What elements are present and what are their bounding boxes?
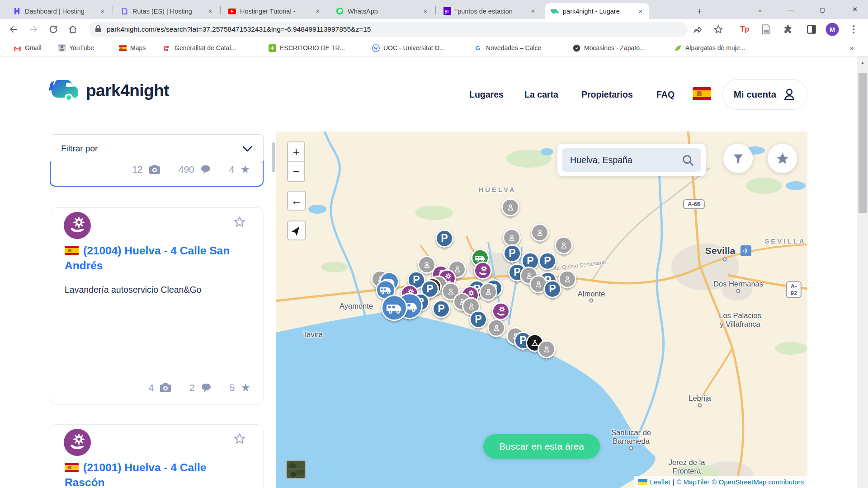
map-pin-person[interactable]	[555, 236, 573, 254]
chevron-down-icon	[242, 146, 252, 152]
back-icon[interactable]	[8, 24, 19, 35]
browser-tab-1[interactable]: Dashboard | Hosting×	[7, 3, 111, 19]
lock-icon[interactable]	[95, 25, 101, 34]
person-icon	[501, 198, 519, 216]
nav-la-carta[interactable]: La carta	[524, 89, 558, 100]
bookmark-wordpress[interactable]: WUOC - Universitat O...	[372, 40, 445, 56]
scrollbar-thumb[interactable]	[859, 73, 867, 213]
place-title[interactable]: (21004) Huelva - 4 Calle San Andrés	[65, 243, 241, 273]
filter-dropdown[interactable]: Filtrar por	[50, 134, 264, 163]
menu-dots-icon[interactable]	[853, 25, 855, 34]
nav-lugares[interactable]: Lugares	[469, 89, 504, 100]
favorite-star-icon[interactable]	[233, 216, 246, 228]
profile-avatar[interactable]: M	[826, 23, 839, 36]
park4night-logo[interactable]	[49, 74, 81, 105]
zoom-in-button[interactable]: +	[288, 142, 304, 162]
tab-close-icon[interactable]: ×	[99, 7, 107, 15]
search-this-area-button[interactable]: Buscar en esta área	[483, 434, 600, 459]
map-pin-parking[interactable]: P	[432, 300, 450, 318]
map-pin-person[interactable]	[487, 319, 505, 337]
tab-search-icon[interactable]: ⌄	[750, 0, 770, 19]
place-card[interactable]: (21001) Huelva - 4 Calle Rascón	[50, 424, 264, 488]
url-bar[interactable]: park4night.com/es/search?lat=37.25758471…	[89, 22, 688, 37]
page-content: park4night Lugares La carta Propietarios…	[0, 56, 857, 488]
place-card[interactable]: (21004) Huelva - 4 Calle San Andrés Lava…	[50, 207, 264, 404]
map-pin-service[interactable]	[492, 302, 510, 320]
map-pin-person[interactable]	[531, 224, 549, 242]
nav-propietarios[interactable]: Propietarios	[581, 89, 633, 100]
bookmark-greenplus[interactable]: ESCRITORIO DE TR...	[269, 40, 345, 56]
bookmark-leaf[interactable]: Alpargatas de muje...	[674, 40, 745, 56]
bookmark-esflag[interactable]: Maps	[119, 40, 146, 56]
language-flag-spain[interactable]	[693, 87, 711, 100]
tab-close-icon[interactable]: ×	[206, 7, 214, 15]
svg-text:y!: y!	[444, 9, 448, 14]
favorite-star-icon[interactable]	[233, 432, 246, 445]
map-canvas[interactable]: HUELVASEVILLASevillaDos HermanasAlmonteA…	[276, 131, 807, 488]
bookmark-star-icon[interactable]	[713, 24, 724, 35]
map-pin-parking[interactable]: P	[435, 230, 453, 248]
bookmarks-overflow-chevron[interactable]: »	[850, 40, 854, 56]
map-pin-service[interactable]	[474, 262, 492, 280]
sidebar-scrollbar-thumb[interactable]	[272, 142, 275, 172]
place-title[interactable]: (21001) Huelva - 4 Calle Rascón	[65, 460, 241, 488]
osm-link[interactable]: © OpenStreetMap contributors	[712, 478, 804, 486]
locate-me-button[interactable]	[287, 221, 306, 240]
bookmark-gmail[interactable]: Gmail	[14, 40, 42, 56]
park4night-favicon	[551, 7, 559, 15]
browser-tab-4[interactable]: WhatsApp×	[330, 3, 434, 19]
search-icon[interactable]	[681, 154, 695, 169]
map-pin-camper-blue[interactable]	[381, 295, 407, 321]
url-text[interactable]: park4night.com/es/search?lat=37.25758471…	[107, 25, 371, 33]
my-account-button[interactable]: Mi cuenta	[722, 79, 807, 110]
map-search-input[interactable]	[562, 148, 701, 172]
nav-faq[interactable]: FAQ	[656, 89, 675, 100]
map-pin-parking[interactable]: P	[503, 244, 521, 263]
tab-close-icon[interactable]: ×	[421, 7, 429, 15]
side-panel-icon[interactable]	[807, 25, 816, 34]
reload-icon[interactable]	[48, 24, 58, 34]
trustpilot-extension-icon[interactable]: Tp	[740, 25, 749, 34]
tab-close-icon[interactable]: ×	[637, 7, 645, 15]
window-minimize-button[interactable]: —	[781, 0, 802, 19]
tab-close-icon[interactable]: ×	[529, 7, 537, 15]
browser-tab-6[interactable]: park4night - Lugare×	[545, 3, 649, 19]
zoom-out-button[interactable]: −	[288, 162, 304, 181]
map-filter-button[interactable]	[723, 144, 753, 173]
leaflet-link[interactable]: Leaflet	[650, 478, 670, 486]
home-icon[interactable]	[68, 24, 78, 35]
maptiler-link[interactable]: © MapTiler	[676, 478, 709, 486]
scrollbar-up-arrow[interactable]: ▲	[857, 56, 868, 68]
map-pin-person[interactable]	[503, 229, 521, 247]
map-pin-parking[interactable]: P	[538, 252, 557, 270]
document-extension-icon[interactable]	[762, 24, 771, 35]
new-tab-button[interactable]: +	[692, 4, 707, 19]
browser-tab-5[interactable]: y!"puntos de estacion×	[438, 3, 542, 19]
map-pin-person[interactable]	[479, 283, 497, 301]
map-back-button[interactable]: ←	[287, 191, 306, 211]
window-close-button[interactable]: ✕	[844, 0, 865, 19]
bookmark-gencat[interactable]: gencatGeneralitat de Catal...	[163, 40, 236, 56]
forward-icon[interactable]	[28, 24, 39, 35]
youtube-favicon	[228, 7, 236, 15]
browser-scrollbar[interactable]: ▲	[857, 56, 868, 488]
map-pin-parking[interactable]: P	[469, 310, 487, 328]
bookmark-darkcircle[interactable]: Mocasines - Zapato...	[573, 40, 645, 56]
extensions-puzzle-icon[interactable]	[783, 24, 793, 35]
map-pin-parking[interactable]: P	[543, 280, 561, 298]
map-favorites-button[interactable]	[768, 144, 797, 173]
minimap-toggle[interactable]	[286, 460, 306, 479]
map-pin-person[interactable]	[538, 340, 556, 358]
bookmark-ytface[interactable]: YouTube	[58, 40, 94, 56]
tab-close-icon[interactable]: ×	[314, 7, 322, 15]
share-icon[interactable]	[693, 24, 703, 35]
browser-tab-3[interactable]: Hostinger Tutorial -×	[222, 3, 326, 19]
brand-name[interactable]: park4night	[86, 81, 169, 100]
window-maximize-button[interactable]: ▢	[812, 0, 833, 19]
bookmark-label: Mocasines - Zapato...	[584, 44, 645, 52]
map-pin-person[interactable]	[501, 198, 519, 216]
browser-tab-2[interactable]: Rutas (ES) | Hosting×	[115, 3, 219, 19]
camera-icon	[149, 164, 160, 174]
bookmark-google[interactable]: GNovedades – Calce	[475, 40, 541, 56]
tab-divider	[435, 6, 436, 14]
